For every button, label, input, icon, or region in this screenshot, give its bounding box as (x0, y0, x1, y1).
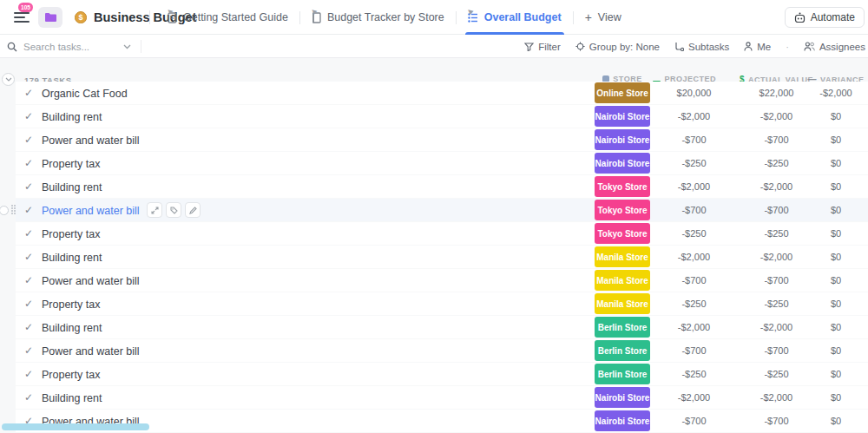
projected-value-cell[interactable]: -$700 (653, 345, 735, 356)
task-status-check-icon[interactable]: ✓ (24, 110, 33, 122)
store-cell[interactable]: Tokyo Store (592, 176, 653, 197)
tag-icon[interactable] (166, 202, 181, 218)
task-status-check-icon[interactable]: ✓ (24, 157, 33, 169)
projected-value-cell[interactable]: -$2,000 (653, 111, 735, 121)
task-name[interactable]: Building rent (42, 252, 102, 264)
projected-value-cell[interactable]: -$250 (653, 228, 735, 239)
store-cell[interactable]: Nairobi Store (592, 129, 653, 150)
actual-value-cell[interactable]: -$700 (735, 205, 818, 215)
store-cell[interactable]: Berlin Store (592, 364, 653, 384)
actual-value-cell[interactable]: -$2,000 (735, 252, 818, 262)
store-cell[interactable]: Nairobi Store (592, 387, 653, 408)
variance-cell[interactable]: $0 (809, 369, 863, 379)
variance-cell[interactable]: $0 (809, 275, 863, 285)
task-name[interactable]: Power and water bill (42, 134, 140, 147)
task-status-check-icon[interactable]: ✓ (24, 368, 33, 380)
task-status-check-icon[interactable]: ✓ (24, 391, 33, 403)
task-row[interactable]: ✓ Power and water bill Berlin Store -$70… (16, 339, 868, 362)
store-cell[interactable]: Tokyo Store (592, 223, 653, 244)
tab-add-view[interactable]: + View (574, 0, 633, 35)
task-row[interactable]: ✓ Power and water bill Nairobi Store -$7… (16, 128, 868, 151)
variance-cell[interactable]: $0 (809, 322, 863, 332)
store-cell[interactable]: Nairobi Store (592, 410, 653, 431)
actual-value-cell[interactable]: -$700 (735, 275, 818, 285)
store-cell[interactable]: Tokyo Store (592, 200, 653, 220)
actual-value-cell[interactable]: -$700 (735, 345, 818, 356)
variance-cell[interactable]: $0 (809, 111, 863, 121)
variance-cell[interactable]: $0 (809, 181, 863, 192)
variance-cell[interactable]: $0 (809, 228, 863, 239)
store-cell[interactable]: Berlin Store (592, 340, 653, 361)
task-row[interactable]: ✓ Building rent Manila Store -$2,000 -$2… (16, 246, 868, 268)
store-badge[interactable]: Manila Store (595, 246, 650, 267)
actual-value-cell[interactable]: -$2,000 (735, 181, 818, 192)
projected-value-cell[interactable]: $20,000 (653, 88, 735, 98)
task-status-check-icon[interactable]: ✓ (24, 344, 33, 357)
task-status-check-icon[interactable]: ✓ (24, 321, 33, 333)
task-name[interactable]: Building rent (42, 392, 102, 404)
projected-value-cell[interactable]: -$250 (653, 369, 735, 379)
drag-handle[interactable] (0, 205, 16, 215)
store-cell[interactable]: Nairobi Store (592, 153, 653, 174)
projected-value-cell[interactable]: -$2,000 (653, 392, 735, 403)
projected-value-cell[interactable]: -$250 (653, 158, 735, 168)
task-name[interactable]: Power and water bill (42, 275, 140, 287)
edit-icon[interactable] (185, 202, 201, 218)
task-name[interactable]: Organic Cat Food (42, 88, 128, 100)
projected-value-cell[interactable]: -$700 (653, 275, 735, 285)
task-status-check-icon[interactable]: ✓ (24, 204, 33, 216)
store-cell[interactable]: Manila Store (592, 246, 653, 267)
store-cell[interactable]: Manila Store (592, 293, 653, 314)
actual-value-cell[interactable]: -$700 (735, 416, 818, 426)
task-status-check-icon[interactable]: ✓ (24, 274, 33, 286)
store-badge[interactable]: Nairobi Store (595, 106, 650, 127)
task-row[interactable]: ✓ Power and water bill Manila Store -$70… (16, 269, 868, 292)
variance-cell[interactable]: $0 (809, 252, 863, 262)
store-cell[interactable]: Online Store (592, 82, 653, 103)
task-status-check-icon[interactable]: ✓ (24, 134, 33, 146)
projected-value-cell[interactable]: -$250 (653, 299, 735, 309)
store-badge[interactable]: Nairobi Store (595, 387, 650, 408)
task-status-check-icon[interactable]: ✓ (24, 87, 33, 99)
projected-value-cell[interactable]: -$700 (653, 416, 735, 426)
task-name[interactable]: Property tax (42, 228, 100, 240)
projected-value-cell[interactable]: -$2,000 (653, 252, 735, 262)
store-badge[interactable]: Berlin Store (595, 364, 650, 384)
task-name[interactable]: Building rent (42, 111, 102, 123)
actual-value-cell[interactable]: -$250 (735, 299, 818, 309)
store-badge[interactable]: Berlin Store (595, 340, 650, 361)
sidebar-toggle-icon[interactable] (14, 12, 31, 24)
store-badge[interactable]: Tokyo Store (595, 176, 650, 197)
task-status-check-icon[interactable]: ✓ (24, 251, 33, 263)
me-filter-button[interactable]: Me (744, 42, 771, 52)
store-badge[interactable]: Manila Store (595, 270, 650, 291)
variance-cell[interactable]: $0 (809, 205, 863, 215)
task-name[interactable]: Property tax (42, 299, 100, 311)
actual-value-cell[interactable]: -$2,000 (735, 392, 818, 403)
expand-task-icon[interactable] (147, 202, 162, 218)
chevron-down-icon[interactable] (123, 44, 131, 49)
task-name[interactable]: Power and water bill (42, 345, 140, 358)
task-name[interactable]: Building rent (42, 322, 102, 334)
store-cell[interactable]: Nairobi Store (592, 106, 653, 127)
store-badge[interactable]: Nairobi Store (595, 410, 650, 431)
actual-value-cell[interactable]: -$250 (735, 228, 818, 239)
store-cell[interactable]: Manila Store (592, 270, 653, 291)
collapse-group-icon[interactable] (2, 73, 15, 86)
store-cell[interactable]: Berlin Store (592, 317, 653, 338)
store-badge[interactable]: Online Store (595, 82, 650, 103)
task-name[interactable]: Property tax (42, 369, 100, 381)
task-row[interactable]: ✓ Property tax Nairobi Store -$250 -$250… (16, 152, 868, 174)
task-status-check-icon[interactable]: ✓ (24, 180, 33, 193)
projected-value-cell[interactable]: -$700 (653, 205, 735, 215)
projected-value-cell[interactable]: -$700 (653, 134, 735, 145)
store-badge[interactable]: Manila Store (595, 293, 650, 314)
projected-value-cell[interactable]: -$2,000 (653, 322, 735, 332)
variance-cell[interactable]: $0 (809, 299, 863, 309)
task-row[interactable]: ✓ Property tax Manila Store -$250 -$250 … (16, 292, 868, 315)
variance-cell[interactable]: -$2,000 (809, 88, 863, 98)
tab-overall-budget[interactable]: ◀ Overall Budget (457, 0, 573, 35)
task-name[interactable]: Building rent (42, 181, 102, 194)
variance-cell[interactable]: $0 (809, 134, 863, 145)
actual-value-cell[interactable]: -$250 (735, 158, 818, 168)
